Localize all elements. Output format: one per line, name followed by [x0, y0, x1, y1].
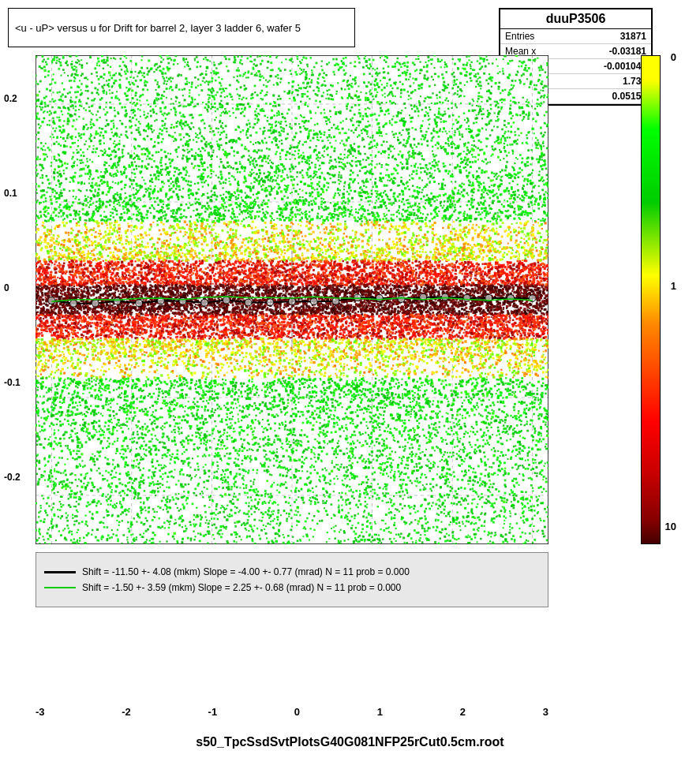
legend-green-row: Shift = -1.50 +- 3.59 (mkm) Slope = 2.25… [44, 582, 540, 593]
x-tick-0: 0 [294, 706, 300, 718]
legend-black-text: Shift = -11.50 +- 4.08 (mkm) Slope = -4.… [82, 566, 410, 577]
x-tick-2: 2 [460, 706, 466, 718]
legend-green-text: Shift = -1.50 +- 3.59 (mkm) Slope = 2.25… [82, 582, 401, 593]
legend-black-line [44, 571, 76, 573]
x-tick-1: 1 [377, 706, 383, 718]
entries-value: 31871 [620, 31, 646, 42]
colorbar-label-top: 0 [671, 51, 676, 63]
plot-title-box: <u - uP> versus u for Drift for barrel 2… [8, 8, 355, 47]
x-tick--2: -2 [122, 706, 131, 718]
stats-entries: Entries 31871 [500, 29, 651, 44]
stats-title: duuP3506 [500, 9, 651, 29]
y-axis-02: 0.2 [4, 93, 17, 104]
x-axis-container: -3 -2 -1 0 1 2 3 [36, 706, 548, 718]
x-tick--1: -1 [208, 706, 218, 718]
main-container: <u - uP> versus u for Drift for barrel 2… [0, 0, 700, 773]
y-axis-01: 0.1 [4, 188, 17, 199]
legend-area: Shift = -11.50 +- 4.08 (mkm) Slope = -4.… [36, 552, 548, 607]
meany-value: -0.001044 [604, 61, 646, 72]
colorbar-label-bot: 10 [665, 521, 676, 532]
x-tick-3: 3 [543, 706, 548, 718]
colorbar-label-mid: 1 [671, 280, 676, 292]
entries-label: Entries [505, 31, 534, 42]
filename-prefix: s50_TpcSsdSvtPlotsG40G081NFP25rCut0.5cm.… [196, 735, 503, 749]
y-axis--01: -0.1 [4, 377, 21, 388]
x-tick--3: -3 [36, 706, 45, 718]
y-axis--02: -0.2 [4, 472, 21, 483]
plot-title: <u - uP> versus u for Drift for barrel 2… [15, 22, 301, 34]
y-axis-0: 0 [4, 282, 9, 293]
legend-black-row: Shift = -11.50 +- 4.08 (mkm) Slope = -4.… [44, 566, 540, 577]
footer-filename: s50_TpcSsdSvtPlotsG40G081NFP25rCut0.5cm.… [0, 735, 700, 749]
color-bar [641, 55, 661, 544]
scatter-plot [36, 55, 548, 544]
legend-green-line [44, 587, 76, 588]
